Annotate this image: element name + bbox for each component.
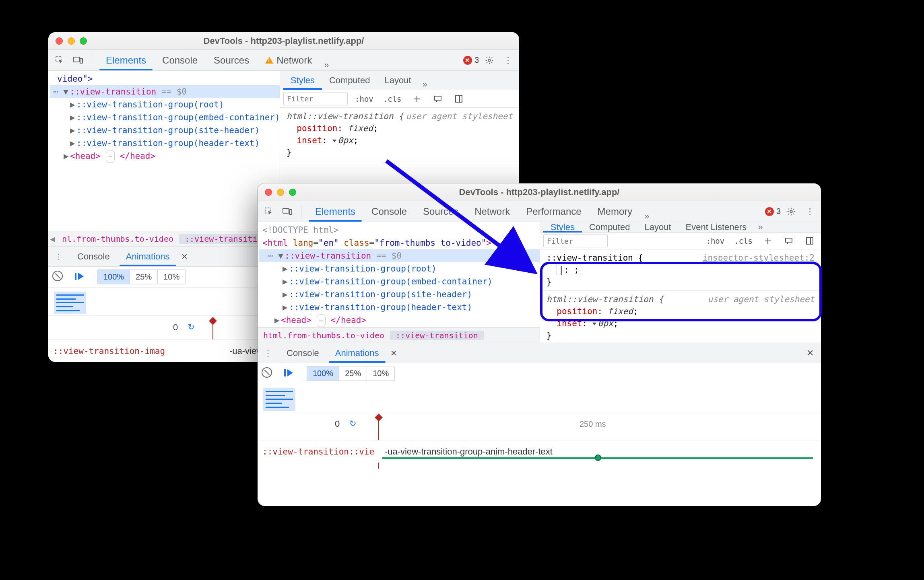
close-tab-icon[interactable]: ✕ [387, 348, 400, 358]
dom-node[interactable]: ▶::view-transition-group(header-text) [259, 301, 540, 314]
prop-name[interactable]: inset [297, 136, 322, 145]
rule-editing-input[interactable]: |: ; [557, 265, 581, 275]
computed-panel-icon[interactable] [451, 91, 467, 107]
device-toolbar-icon[interactable] [279, 204, 295, 220]
clear-icon[interactable] [52, 271, 63, 283]
timeline-target[interactable]: ::view-transition-imag [53, 346, 165, 356]
speed-100[interactable]: 100% [307, 366, 339, 380]
tab-performance[interactable]: Performance [518, 201, 589, 222]
rule-selector[interactable]: html::view-transition { [287, 111, 404, 121]
speed-100[interactable]: 100% [98, 270, 130, 284]
new-rule-icon[interactable] [760, 233, 776, 249]
subtab-layout[interactable]: Layout [377, 71, 418, 90]
animations-buffer[interactable] [258, 384, 821, 412]
speed-25[interactable]: 25% [130, 270, 158, 284]
dom-node[interactable]: ▶::view-transition-group(embed-container… [259, 275, 540, 288]
tab-elements[interactable]: Elements [98, 50, 154, 70]
tab-console[interactable]: Console [363, 201, 415, 222]
format-icon[interactable] [781, 233, 797, 249]
breadcrumb-item-current[interactable]: ::view-transition [390, 331, 484, 340]
breadcrumb-item[interactable]: html.from-thumbs.to-video [258, 331, 390, 340]
subtabs-overflow-icon[interactable]: » [754, 222, 767, 232]
breadcrumb-prev-icon[interactable]: ◀ [48, 234, 56, 244]
drawer-tab-animations[interactable]: Animations [327, 343, 387, 363]
inspect-element-icon[interactable] [52, 52, 68, 68]
timeline-target[interactable]: ::view-transition::vie [262, 447, 374, 457]
rule-selector[interactable]: ::view-transition { [547, 253, 643, 263]
expand-shorthand-icon[interactable] [332, 140, 336, 142]
inspect-element-icon[interactable] [261, 204, 277, 220]
close-tab-icon[interactable]: ✕ [178, 252, 191, 261]
dom-tree[interactable]: <!DOCTYPE html> <html lang="en" class="f… [258, 222, 540, 327]
breadcrumb-bar[interactable]: html.from-thumbs.to-video ::view-transit… [258, 327, 540, 343]
play-icon[interactable] [287, 369, 293, 378]
dom-node-selected[interactable]: ⋯ ▼::view-transition == $0 [50, 85, 280, 98]
dom-node-selected[interactable]: ⋯ ▼::view-transition == $0 [259, 249, 540, 262]
titlebar[interactable]: DevTools - http203-playlist.netlify.app/ [258, 183, 821, 201]
prop-value[interactable]: fixed [608, 306, 633, 316]
tab-console[interactable]: Console [154, 50, 206, 70]
timeline-header[interactable]: 0 ↻ 250 ms [258, 412, 821, 440]
subtabs-overflow-icon[interactable]: » [419, 79, 431, 90]
dom-node-html[interactable]: <html lang="en" class="from-thumbs to-vi… [259, 237, 540, 249]
speed-selector[interactable]: 100% 25% 10% [307, 366, 395, 381]
prop-value[interactable]: fixed [348, 123, 373, 133]
clear-icon[interactable] [262, 367, 272, 380]
breadcrumb-item[interactable]: nl.from-thumbs.to-video [56, 234, 179, 244]
tab-network[interactable]: Network [257, 50, 320, 70]
subtab-layout[interactable]: Layout [637, 222, 678, 232]
rule-selector[interactable]: html::view-transition { [547, 294, 664, 304]
zoom-window-button[interactable] [289, 189, 296, 196]
drawer-menu-icon[interactable]: ⋮ [48, 252, 69, 261]
timeline-header[interactable]: 0 ↻ [48, 315, 280, 339]
animation-group-thumb[interactable] [263, 388, 295, 411]
subtab-computed[interactable]: Computed [322, 71, 377, 90]
speed-selector[interactable]: 100% 25% 10% [97, 269, 186, 284]
drawer-close-icon[interactable]: ✕ [799, 348, 821, 358]
speed-10[interactable]: 10% [158, 270, 185, 284]
dom-node[interactable]: ▶::view-transition-group(root) [259, 262, 540, 275]
animation-group-thumb[interactable] [54, 292, 86, 314]
hov-toggle[interactable]: :hov [353, 93, 376, 105]
drawer-menu-icon[interactable]: ⋮ [258, 348, 278, 358]
tab-sources[interactable]: Sources [206, 50, 257, 70]
new-rule-icon[interactable] [409, 91, 425, 107]
tabs-overflow-icon[interactable]: » [640, 211, 653, 222]
prop-value[interactable]: 0px [338, 136, 353, 145]
drawer-tab-console[interactable]: Console [69, 247, 118, 266]
styles-filter-input[interactable] [283, 93, 348, 105]
prop-name[interactable]: position [297, 123, 337, 133]
tabs-overflow-icon[interactable]: » [320, 60, 333, 70]
dom-node[interactable]: ▶::view-transition-group(site-header) [259, 288, 540, 301]
format-icon[interactable] [430, 91, 446, 107]
kebab-menu-icon[interactable]: ⋮ [500, 52, 516, 68]
error-badge[interactable]: ✕3 [463, 56, 479, 65]
dom-node[interactable]: ▶::view-transition-group(header-text) [50, 137, 280, 150]
dom-node-head[interactable]: ▶<head> ⋯ </head> [50, 150, 280, 163]
style-rule-new[interactable]: inspector-stylesheet:2 ::view-transition… [540, 249, 821, 291]
dom-tree[interactable]: video"> ⋯ ▼::view-transition == $0 ▶::vi… [48, 71, 280, 231]
speed-25[interactable]: 25% [339, 366, 367, 380]
minimize-window-button[interactable] [68, 37, 75, 45]
device-toolbar-icon[interactable] [70, 52, 86, 68]
titlebar[interactable]: DevTools - http203-playlist.netlify.app/ [48, 32, 519, 50]
hov-toggle[interactable]: :hov [703, 235, 727, 247]
dom-node-head[interactable]: ▶<head> ⋯ </head> [259, 314, 540, 327]
timeline-row[interactable]: ::view-transition-imag -ua-view-tr [48, 339, 280, 362]
tab-network[interactable]: Network [466, 201, 518, 222]
prop-value[interactable]: 0px [598, 319, 613, 328]
minimize-window-button[interactable] [277, 189, 284, 196]
close-window-button[interactable] [265, 189, 272, 196]
cls-toggle[interactable]: .cls [732, 235, 755, 247]
dom-node[interactable]: ▶::view-transition-group(embed-container… [50, 111, 280, 124]
dom-node[interactable]: ▶::view-transition-group(site-header) [50, 124, 280, 137]
timeline-keyframe[interactable] [595, 455, 601, 461]
prop-name[interactable]: inset [557, 319, 582, 328]
animations-buffer[interactable] [48, 287, 280, 315]
rule-source-link[interactable]: inspector-stylesheet:2 [703, 252, 815, 264]
settings-icon[interactable] [783, 204, 799, 220]
settings-icon[interactable] [481, 52, 497, 68]
drawer-tab-console[interactable]: Console [278, 343, 327, 363]
breadcrumb-bar[interactable]: ◀ nl.from-thumbs.to-video ::view-transit… [48, 231, 280, 246]
style-rule[interactable]: user agent stylesheet html::view-transit… [540, 291, 821, 343]
